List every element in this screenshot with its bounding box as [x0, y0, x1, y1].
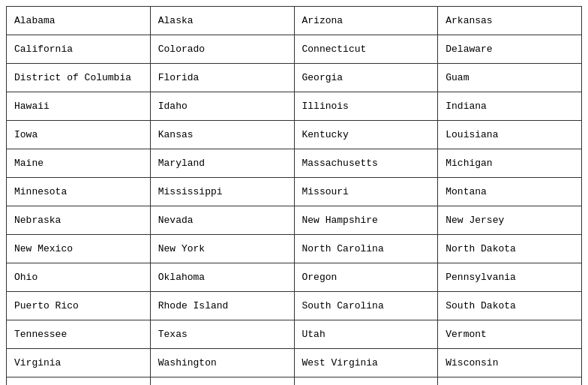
table-cell: Georgia [294, 64, 438, 92]
table-cell: Rhode Island [150, 292, 294, 320]
table-row: New MexicoNew YorkNorth CarolinaNorth Da… [7, 235, 582, 263]
table-row: CaliforniaColoradoConnecticutDelaware [7, 35, 582, 64]
table-cell: North Carolina [294, 235, 438, 263]
table-cell: Montana [438, 178, 582, 206]
states-table: AlabamaAlaskaArizonaArkansasCaliforniaCo… [6, 6, 582, 385]
table-row: Wyoming [7, 377, 582, 386]
table-cell: District of Columbia [7, 64, 151, 92]
table-cell: Puerto Rico [7, 292, 151, 320]
table-row: TennesseeTexasUtahVermont [7, 320, 582, 349]
table-row: MinnesotaMississippiMissouriMontana [7, 178, 582, 206]
table-row: Puerto RicoRhode IslandSouth CarolinaSou… [7, 292, 582, 320]
table-cell: Ohio [7, 263, 151, 292]
table-cell [294, 377, 438, 386]
table-cell: South Carolina [294, 292, 438, 320]
table-row: AlabamaAlaskaArizonaArkansas [7, 7, 582, 35]
table-cell [150, 377, 294, 386]
table-cell: West Virginia [294, 349, 438, 377]
table-cell: Tennessee [7, 320, 151, 349]
table-row: MaineMarylandMassachusettsMichigan [7, 149, 582, 178]
table-cell: Oregon [294, 263, 438, 292]
table-row: HawaiiIdahoIllinoisIndiana [7, 92, 582, 121]
table-cell: Kentucky [294, 121, 438, 149]
table-cell: Mississippi [150, 178, 294, 206]
table-cell: Delaware [438, 35, 582, 64]
table-row: VirginiaWashingtonWest VirginiaWisconsin [7, 349, 582, 377]
table-cell: New Hampshire [294, 206, 438, 235]
table-cell: North Dakota [438, 235, 582, 263]
table-cell: Wisconsin [438, 349, 582, 377]
table-cell: New Jersey [438, 206, 582, 235]
table-cell: Idaho [150, 92, 294, 121]
table-cell: Illinois [294, 92, 438, 121]
table-row: IowaKansasKentuckyLouisiana [7, 121, 582, 149]
table-cell: Missouri [294, 178, 438, 206]
table-row: OhioOklahomaOregonPennsylvania [7, 263, 582, 292]
table-cell [438, 377, 582, 386]
table-cell: Louisiana [438, 121, 582, 149]
table-cell: Utah [294, 320, 438, 349]
table-cell: Guam [438, 64, 582, 92]
table-cell: Colorado [150, 35, 294, 64]
table-cell: Indiana [438, 92, 582, 121]
table-cell: Arizona [294, 7, 438, 35]
table-cell: South Dakota [438, 292, 582, 320]
table-cell: Maryland [150, 149, 294, 178]
table-cell: Massachusetts [294, 149, 438, 178]
table-cell: Vermont [438, 320, 582, 349]
table-cell: Texas [150, 320, 294, 349]
table-cell: Hawaii [7, 92, 151, 121]
table-cell: Florida [150, 64, 294, 92]
table-cell: Michigan [438, 149, 582, 178]
table-cell: Minnesota [7, 178, 151, 206]
table-cell: New York [150, 235, 294, 263]
table-row: District of ColumbiaFloridaGeorgiaGuam [7, 64, 582, 92]
table-cell: Washington [150, 349, 294, 377]
table-cell: Alaska [150, 7, 294, 35]
table-cell: New Mexico [7, 235, 151, 263]
table-cell: Kansas [150, 121, 294, 149]
table-cell: Nevada [150, 206, 294, 235]
table-cell: Virginia [7, 349, 151, 377]
table-cell: Iowa [7, 121, 151, 149]
table-cell: California [7, 35, 151, 64]
table-cell: Nebraska [7, 206, 151, 235]
table-cell: Pennsylvania [438, 263, 582, 292]
table-cell: Oklahoma [150, 263, 294, 292]
table-cell: Connecticut [294, 35, 438, 64]
table-row: NebraskaNevadaNew HampshireNew Jersey [7, 206, 582, 235]
table-cell: Maine [7, 149, 151, 178]
table-cell: Wyoming [7, 377, 151, 386]
states-table-container: AlabamaAlaskaArizonaArkansasCaliforniaCo… [0, 0, 588, 385]
table-cell: Arkansas [438, 7, 582, 35]
table-cell: Alabama [7, 7, 151, 35]
